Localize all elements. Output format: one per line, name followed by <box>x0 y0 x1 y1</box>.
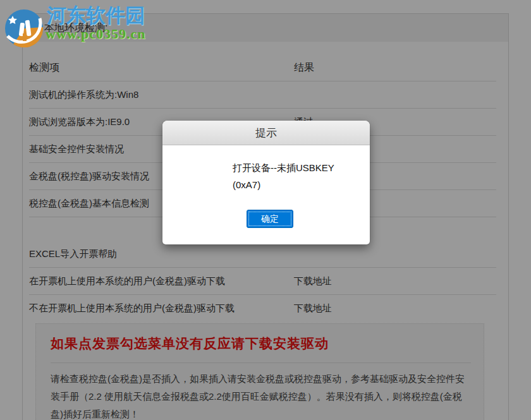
dialog-message-line1: 打开设备--未插USBKEY <box>233 159 334 176</box>
dialog-titlebar: 提示 <box>162 121 370 145</box>
site-url-watermark: www.pc0359.cn <box>46 26 145 42</box>
dialog-message: 打开设备--未插USBKEY (0xA7) <box>233 159 334 193</box>
site-logo-icon <box>5 9 43 47</box>
dialog-title: 提示 <box>255 126 277 140</box>
alert-dialog: 提示 打开设备--未插USBKEY (0xA7) 确定 <box>162 121 370 244</box>
dialog-message-line2: (0xA7) <box>233 176 334 193</box>
site-name-watermark: 河东软件园 <box>47 3 145 29</box>
ok-button[interactable]: 确定 <box>247 210 293 228</box>
